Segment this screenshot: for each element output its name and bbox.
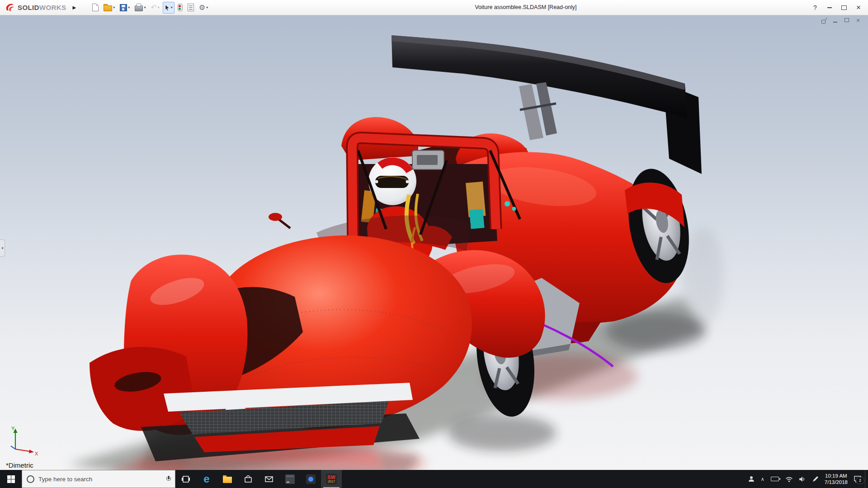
view-orientation-label: *Dimetric (6, 461, 33, 469)
volume-icon[interactable] (799, 476, 806, 482)
people-icon[interactable] (748, 476, 755, 482)
print-icon (135, 5, 143, 11)
task-view-button[interactable] (175, 470, 196, 488)
caret-icon: ▾ (144, 5, 146, 9)
viewport-3d[interactable]: × Y X *Dimetric (0, 15, 868, 470)
cursor-select-icon (165, 5, 170, 11)
caret-icon: ▾ (158, 5, 160, 9)
tray-date: 7/13/2018 (825, 479, 848, 485)
open-folder-icon (104, 5, 112, 11)
document-close-button[interactable]: × (854, 17, 862, 24)
teal-marker (505, 201, 510, 206)
menu-expand-arrow[interactable]: ▶ (71, 5, 78, 10)
logo-text: SOLID (18, 4, 39, 11)
battery-icon[interactable] (771, 477, 779, 481)
model-scene[interactable] (0, 15, 868, 470)
window-controls: ? × (808, 0, 865, 15)
save-icon (120, 4, 127, 11)
taskbar: Type here to search e (0, 470, 868, 488)
minimize-button[interactable] (823, 2, 836, 14)
pen-icon[interactable] (812, 476, 818, 482)
action-center-button[interactable]: 2 (854, 476, 861, 483)
solidworks-logo-icon (5, 3, 15, 13)
print-button[interactable]: ▾ (133, 2, 147, 14)
collapse-left-icon (1, 247, 3, 249)
quick-access-toolbar: ▾ ▾ ▾ ↶▾ ▾ ⚙▾ (90, 2, 210, 14)
rebuild-traffic-light-icon (178, 4, 183, 11)
select-tool-button[interactable]: ▾ (163, 2, 175, 14)
wifi-icon[interactable] (785, 476, 793, 482)
screen: SOLIDWORKS ▶ ▾ ▾ ▾ ↶▾ ▾ ⚙▾ Voiture assom… (0, 0, 868, 488)
titlebar: SOLIDWORKS ▶ ▾ ▾ ▾ ↶▾ ▾ ⚙▾ Voiture assom… (0, 0, 868, 15)
coordinate-triad: Y X (7, 425, 40, 459)
notification-badge: 2 (856, 477, 864, 484)
caret-icon: ▾ (128, 5, 130, 9)
microphone-icon[interactable] (166, 476, 170, 482)
help-button[interactable]: ? (808, 2, 822, 14)
undo-button[interactable]: ↶▾ (149, 2, 161, 14)
windows-logo-icon (7, 475, 15, 483)
dark-window-app-icon (285, 474, 295, 484)
side-mirror (278, 219, 290, 228)
file-properties-button[interactable] (186, 2, 196, 14)
triad-y-label: Y (11, 426, 15, 431)
document-float-button[interactable] (821, 17, 828, 24)
caret-icon: ▾ (206, 5, 208, 9)
file-properties-icon (188, 4, 194, 11)
taskbar-app-file-explorer[interactable] (217, 470, 238, 488)
document-maximize-button[interactable] (843, 17, 850, 24)
caret-icon: ▾ (113, 5, 115, 9)
solidworks-2017-icon: SW 2017 (326, 474, 337, 484)
new-document-button[interactable] (90, 2, 100, 14)
cortana-icon (27, 475, 34, 483)
store-bag-icon (245, 475, 252, 483)
taskbar-app-store[interactable] (238, 470, 259, 488)
taskbar-app-edge[interactable]: e (196, 470, 217, 488)
document-minimize-button[interactable] (832, 17, 839, 24)
show-desktop-button[interactable] (865, 470, 868, 488)
document-window-controls: × (821, 17, 862, 24)
solidworks-logo: SOLIDWORKS (0, 3, 66, 13)
close-button[interactable]: × (852, 2, 865, 14)
dark-media-app-icon (306, 474, 316, 484)
search-box[interactable]: Type here to search (22, 470, 175, 488)
hidden-icons-chevron[interactable]: ∧ (761, 476, 764, 482)
taskbar-app-unknown-1[interactable] (279, 470, 300, 488)
caret-icon: ▾ (171, 5, 173, 9)
file-explorer-icon (223, 477, 232, 483)
feature-panel-collapse-tab[interactable] (0, 239, 5, 257)
save-button[interactable]: ▾ (118, 2, 132, 14)
taskbar-app-unknown-2[interactable] (300, 470, 321, 488)
mail-envelope-icon (265, 476, 273, 482)
options-button[interactable]: ⚙▾ (197, 2, 210, 14)
car-model[interactable] (90, 35, 702, 461)
start-button[interactable] (0, 470, 22, 488)
new-document-icon (92, 4, 99, 11)
clock[interactable]: 10:19 AM 7/13/2018 (825, 473, 848, 485)
search-placeholder: Type here to search (38, 476, 162, 483)
gear-icon: ⚙ (199, 4, 205, 11)
rebuild-button[interactable] (176, 2, 184, 14)
taskbar-app-solidworks[interactable]: SW 2017 (321, 470, 342, 488)
undo-icon: ↶ (151, 4, 156, 11)
edge-icon: e (203, 474, 209, 484)
task-view-icon (182, 476, 190, 483)
document-title: Voiture assomblee.SLDASM [Read-only] (475, 0, 576, 15)
maximize-button[interactable] (837, 2, 851, 14)
open-button[interactable]: ▾ (102, 2, 117, 14)
triad-x-label: X (35, 451, 38, 456)
taskbar-app-mail[interactable] (259, 470, 279, 488)
system-tray: ∧ 10:19 AM 7/13/2018 2 (745, 470, 865, 488)
tray-time: 10:19 AM (825, 473, 847, 479)
